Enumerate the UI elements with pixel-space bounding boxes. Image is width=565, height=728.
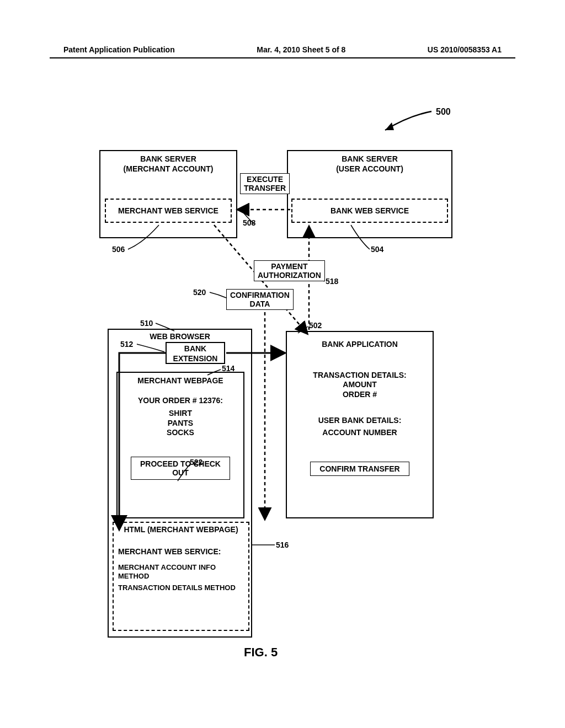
payment-authorization-label: PAYMENT AUTHORIZATION [254, 260, 325, 281]
order-line: YOUR ORDER # 12376: [118, 396, 243, 406]
bank-server-user-box: BANK SERVER (USER ACCOUNT) [287, 150, 452, 238]
ref-506: 506 [112, 245, 125, 254]
figure-caption: FIG. 5 [244, 645, 278, 660]
ref-500: 500 [436, 107, 451, 117]
ref-512: 512 [120, 340, 133, 349]
confirmation-data-label: CONFIRMATION DATA [226, 289, 294, 310]
bank-application-title: BANK APPLICATION [287, 332, 433, 350]
html-merchant-title: HTML (MERCHANT WEBPAGE) [114, 523, 248, 535]
bank-server-merchant-title: BANK SERVER (MERCHANT ACCOUNT) [100, 151, 236, 174]
merchant-ws-block-title: MERCHANT WEB SERVICE: [114, 535, 248, 557]
item-2: SOCKS [118, 428, 243, 438]
html-merchant-box: HTML (MERCHANT WEBPAGE) MERCHANT WEB SER… [113, 522, 249, 631]
bank-web-service-label: BANK WEB SERVICE [292, 206, 447, 216]
merchant-webpage-box: MERCHANT WEBPAGE YOUR ORDER # 12376: SHI… [116, 372, 244, 518]
ref-502: 502 [309, 321, 322, 330]
merchant-ws-m2: TRANSACTION DETAILS METHOD [114, 581, 248, 592]
header-center: Mar. 4, 2010 Sheet 5 of 8 [257, 45, 345, 54]
bank-application-box: BANK APPLICATION TRANSACTION DETAILS: AM… [286, 331, 434, 518]
header-right: US 2010/0058353 A1 [428, 45, 502, 54]
bank-extension-label: BANK EXTENSION [167, 343, 224, 363]
ref-504: 504 [371, 245, 383, 254]
item-1: PANTS [118, 419, 243, 429]
item-0: SHIRT [118, 409, 243, 419]
ref-516: 516 [276, 540, 289, 549]
svg-marker-0 [385, 122, 394, 130]
bank-web-service-box: BANK WEB SERVICE [291, 199, 448, 223]
user-bank-details-label: USER BANK DETAILS: [287, 416, 433, 426]
ref-514: 514 [222, 364, 234, 373]
tx-details-label: TRANSACTION DETAILS: [287, 371, 433, 381]
ref-508: 508 [243, 218, 255, 227]
merchant-web-service-label: MERCHANT WEB SERVICE [106, 206, 231, 216]
bank-server-user-title: BANK SERVER (USER ACCOUNT) [288, 151, 451, 174]
proceed-checkout-button[interactable]: PROCEED TO CHECK OUT [131, 457, 230, 480]
execute-transfer-label: EXECUTE TRANSFER [240, 173, 290, 194]
tx-amount-label: AMOUNT [287, 380, 433, 390]
header-rule [50, 57, 515, 58]
page-header: Patent Application Publication Mar. 4, 2… [0, 45, 565, 54]
merchant-web-service-box: MERCHANT WEB SERVICE [105, 199, 232, 223]
ref-520: 520 [193, 288, 206, 297]
diagram: 500 BANK SERVER (MERCHANT ACCOUNT) BANK … [0, 99, 565, 662]
ref-522: 522 [190, 458, 202, 467]
merchant-ws-m1: MERCHANT ACCOUNT INFO METHOD [114, 556, 248, 581]
ref-510: 510 [140, 319, 153, 328]
confirm-transfer-button[interactable]: CONFIRM TRANSFER [310, 462, 409, 476]
merchant-webpage-title: MERCHANT WEBPAGE [118, 373, 243, 386]
bank-extension-box: BANK EXTENSION [166, 342, 225, 364]
tx-order-label: ORDER # [287, 390, 433, 400]
bank-server-merchant-box: BANK SERVER (MERCHANT ACCOUNT) [99, 150, 237, 238]
account-number-label: ACCOUNT NUMBER [287, 428, 433, 438]
ref-518: 518 [326, 277, 338, 286]
header-left: Patent Application Publication [63, 45, 175, 54]
